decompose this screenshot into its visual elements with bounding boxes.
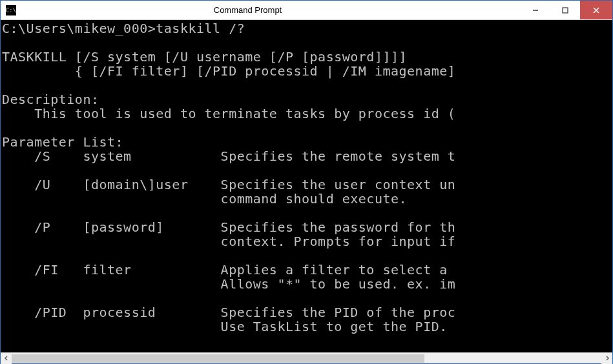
output-line: context. Prompts for input if <box>2 234 455 249</box>
maximize-icon <box>562 7 568 14</box>
chevron-left-icon <box>4 356 9 361</box>
titlebar[interactable]: C:\ Command Prompt <box>1 1 612 20</box>
window-frame: C:\ Command Prompt C:\Users\mikew_000>ta… <box>0 0 613 364</box>
horizontal-scrollbar[interactable] <box>1 352 612 363</box>
output-line: This tool is used to terminate tasks by … <box>2 106 455 121</box>
output-line: { [/FI filter] [/PID processid | /IM ima… <box>2 63 455 79</box>
close-button[interactable] <box>580 1 612 19</box>
output-line: /P [password] Specifies the password for… <box>2 219 455 235</box>
minimize-button[interactable] <box>521 1 550 19</box>
scroll-right-button[interactable] <box>601 353 612 364</box>
terminal-output[interactable]: C:\Users\mikew_000>taskkill /? TASKKILL … <box>1 20 612 352</box>
close-icon <box>593 7 599 14</box>
output-line: Allows "*" to be used. ex. im <box>2 276 455 292</box>
output-line: /PID processid Specifies the PID of the … <box>2 305 455 320</box>
output-line: /S system Specifies the remote system t <box>2 148 455 164</box>
chevron-right-icon <box>605 356 610 361</box>
window-title: Command Prompt <box>0 5 521 15</box>
output-line: Parameter List: <box>2 134 123 150</box>
output-line: /U [domain\]user Specifies the user cont… <box>2 177 455 192</box>
output-line: command should execute. <box>2 191 407 207</box>
command-text: taskkill /? <box>156 21 245 36</box>
output-line: Use TaskList to get the PID. <box>2 319 448 334</box>
maximize-button[interactable] <box>550 1 580 19</box>
scrollbar-thumb[interactable] <box>12 354 424 363</box>
scrollbar-track[interactable] <box>12 353 601 363</box>
prompt-text: C:\Users\mikew_000> <box>2 21 156 36</box>
output-line: TASKKILL [/S system [/U username [/P [pa… <box>2 49 407 65</box>
svg-rect-1 <box>563 8 568 13</box>
output-line: Description: <box>2 92 99 107</box>
output-line: /FI filter Applies a filter to select a <box>2 262 455 278</box>
titlebar-buttons <box>521 1 612 19</box>
scroll-left-button[interactable] <box>1 353 12 364</box>
minimize-icon <box>532 7 539 14</box>
